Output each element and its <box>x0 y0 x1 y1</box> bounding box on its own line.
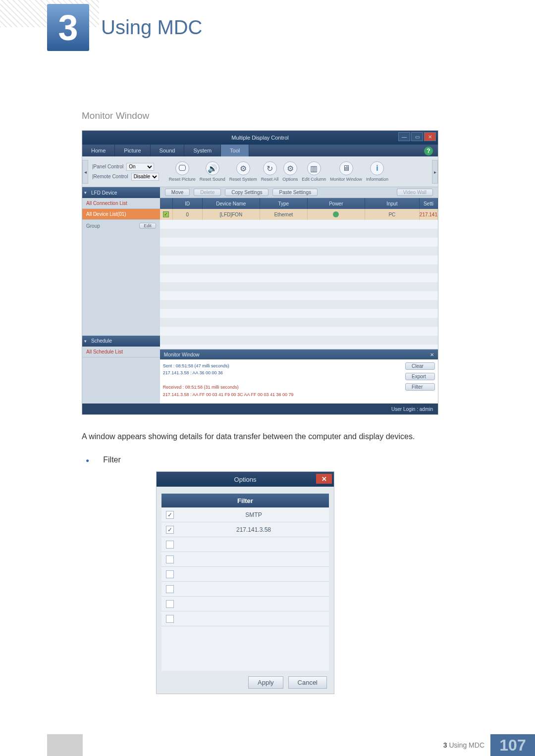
edit-column-button[interactable]: ▥Edit Column <box>302 161 326 182</box>
menu-tabs: Home Picture Sound System Tool ? <box>82 145 438 156</box>
log-recv-2: 217.141.3.58 : AA FF 00 03 41 F9 00 3C A… <box>163 391 399 398</box>
power-on-icon <box>333 211 339 217</box>
section-heading: Monitor Window <box>82 110 481 121</box>
grid-header: ID Device Name Type Power Input Setti <box>160 198 438 209</box>
tab-system[interactable]: System <box>184 145 221 156</box>
reset-all-icon: ↻ <box>263 161 277 175</box>
check-icon[interactable]: ✓ <box>166 511 174 519</box>
title-bar: Multiple Display Control — ▭ ✕ <box>82 131 438 145</box>
sidebar-schedule-header[interactable]: Schedule <box>82 336 160 347</box>
col-check[interactable] <box>160 198 173 209</box>
cell-id: 0 <box>173 209 203 220</box>
monitor-close-icon[interactable]: ✕ <box>430 352 434 357</box>
ribbon-scroll-right-icon[interactable]: ▸ <box>432 160 438 184</box>
filter-spacer <box>161 626 329 671</box>
move-button[interactable]: Move <box>165 189 190 196</box>
columns-icon: ▥ <box>307 161 321 175</box>
monitor-icon: 🖥 <box>339 161 353 175</box>
filter-row[interactable] <box>161 537 329 552</box>
monitor-window-button[interactable]: 🖥Monitor Window <box>330 161 362 182</box>
filter-button[interactable]: Filter <box>405 383 435 391</box>
delete-button[interactable]: Delete <box>194 189 221 196</box>
filter-row-ip[interactable]: ✓ 217.141.3.58 <box>161 522 329 537</box>
reset-system-button[interactable]: ⚙Reset System <box>229 161 257 182</box>
reset-all-button[interactable]: ↻Reset All <box>261 161 279 182</box>
options-button[interactable]: ⚙Options <box>282 161 298 182</box>
filter-row[interactable] <box>161 552 329 567</box>
grid-body <box>160 220 438 349</box>
log-recv-1: Received : 08:51:58 (31 milli seconds) <box>163 384 399 391</box>
maximize-icon[interactable]: ▭ <box>411 132 423 141</box>
check-icon[interactable] <box>166 555 174 563</box>
remote-control-label: |Remote Control <box>92 174 128 179</box>
ribbon-scroll-left-icon[interactable]: ◂ <box>82 160 88 184</box>
page-footer: 3 Using MDC 107 <box>47 734 535 756</box>
video-wall-button[interactable]: Video Wall <box>397 189 433 196</box>
help-icon[interactable]: ? <box>424 147 433 155</box>
group-label: Group <box>86 223 100 229</box>
edit-button[interactable]: Edit <box>139 223 156 229</box>
sidebar-all-device[interactable]: All Device List(01) <box>82 209 160 220</box>
filter-row[interactable] <box>161 611 329 626</box>
info-icon: i <box>370 161 384 175</box>
col-device-name[interactable]: Device Name <box>203 198 260 209</box>
close-icon[interactable]: ✕ <box>424 132 436 141</box>
sidebar-all-connection[interactable]: All Connection List <box>82 198 160 209</box>
filter-row[interactable] <box>161 582 329 597</box>
copy-settings-button[interactable]: Copy Settings <box>225 189 268 196</box>
chapter-title: Using MDC <box>101 16 202 39</box>
tab-tool[interactable]: Tool <box>221 145 249 156</box>
filter-label: SMTP <box>178 511 329 518</box>
chapter-number: 3 <box>47 4 89 51</box>
check-icon[interactable] <box>166 615 174 623</box>
clear-button[interactable]: Clear <box>405 362 435 370</box>
col-id[interactable]: ID <box>173 198 203 209</box>
tab-home[interactable]: Home <box>82 145 115 156</box>
panel-control-label: |Panel Control <box>92 164 123 169</box>
user-login-label: User Login : admin <box>391 406 433 412</box>
minimize-icon[interactable]: — <box>398 132 410 141</box>
reset-sound-button[interactable]: 🔊Reset Sound <box>200 161 225 182</box>
information-button[interactable]: iInformation <box>366 161 388 182</box>
close-icon[interactable]: ✕ <box>316 474 332 484</box>
options-icon: ⚙ <box>283 161 297 175</box>
paste-settings-button[interactable]: Paste Settings <box>272 189 317 196</box>
sidebar-group-item[interactable]: Group Edit <box>82 220 160 232</box>
filter-row-smtp[interactable]: ✓ SMTP <box>161 507 329 522</box>
check-icon[interactable] <box>166 585 174 593</box>
log-sent-2: 217.141.3.58 : AA 36 00 00 36 <box>163 369 399 376</box>
remote-control-select[interactable]: Disable <box>131 173 159 181</box>
apply-button[interactable]: Apply <box>248 676 283 689</box>
main-panel: Move Delete Copy Settings Paste Settings… <box>160 187 438 403</box>
window-controls: — ▭ ✕ <box>398 132 436 141</box>
check-icon[interactable]: ✓ <box>166 526 174 534</box>
tab-picture[interactable]: Picture <box>115 145 150 156</box>
filter-label: 217.141.3.58 <box>178 526 329 533</box>
filter-row[interactable] <box>161 567 329 582</box>
col-input[interactable]: Input <box>365 198 420 209</box>
reset-picture-button[interactable]: 🖵Reset Picture <box>169 161 196 182</box>
check-icon[interactable] <box>166 570 174 578</box>
system-icon: ⚙ <box>236 161 250 175</box>
col-setti[interactable]: Setti <box>420 198 438 209</box>
panel-control-select[interactable]: On <box>126 163 154 171</box>
sidebar-lfd-header[interactable]: LFD Device <box>82 187 160 198</box>
cancel-button[interactable]: Cancel <box>288 676 327 689</box>
col-type[interactable]: Type <box>260 198 308 209</box>
options-dialog-screenshot: Options ✕ Filter ✓ SMTP ✓ 217.141.3.58 A… <box>156 471 334 694</box>
export-button[interactable]: Export <box>405 373 435 380</box>
check-icon[interactable] <box>166 541 174 549</box>
col-power[interactable]: Power <box>308 198 365 209</box>
options-title-bar: Options ✕ <box>157 472 334 487</box>
picture-icon: 🖵 <box>175 161 189 175</box>
check-icon[interactable] <box>166 600 174 608</box>
tab-sound[interactable]: Sound <box>151 145 185 156</box>
table-row[interactable]: 0 [LFD]FON Ethernet PC 217.141 <box>160 209 438 220</box>
options-title: Options <box>234 476 257 483</box>
sidebar-all-schedule[interactable]: All Schedule List <box>82 347 160 357</box>
filter-row[interactable] <box>161 597 329 611</box>
bullet-item: ● Filter <box>86 455 481 465</box>
chapter-header: 3 Using MDC <box>47 4 481 51</box>
log-sent-1: Sent : 08:51:58 (47 milli seconds) <box>163 362 399 369</box>
row-check-icon[interactable] <box>163 211 169 217</box>
